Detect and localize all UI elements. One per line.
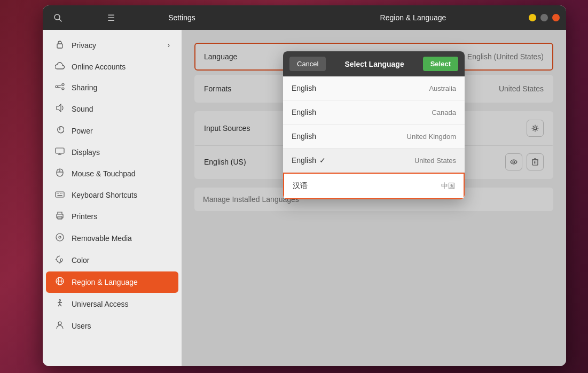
svg-point-23 <box>56 234 64 241</box>
mouse-icon <box>54 168 65 179</box>
sidebar-label-displays: Displays <box>72 148 100 157</box>
chevron-right-icon: › <box>168 42 170 49</box>
svg-rect-15 <box>56 192 64 197</box>
list-item-en-ca[interactable]: English Canada <box>283 100 465 125</box>
sidebar-label-sharing: Sharing <box>72 83 97 92</box>
globe-icon <box>54 277 65 287</box>
svg-line-1 <box>59 19 61 21</box>
removable-media-icon <box>54 233 65 244</box>
sidebar-item-printers[interactable]: Printers <box>46 206 178 227</box>
sidebar-item-power[interactable]: Power <box>46 120 178 142</box>
sidebar-label-sound: Sound <box>72 105 93 113</box>
lang-name-en-ca: English <box>292 108 316 116</box>
lang-name-en-us: English ✓ <box>292 156 326 165</box>
list-item-en-au[interactable]: English Australia <box>283 76 465 100</box>
sidebar-label-privacy: Privacy <box>72 41 96 50</box>
printer-icon <box>54 211 65 222</box>
language-dialog-overlay: Cancel Select Language Select English Au… <box>182 30 566 366</box>
checkmark-icon: ✓ <box>319 156 326 165</box>
sidebar-item-keyboard-shortcuts[interactable]: Keyboard Shortcuts <box>46 185 178 205</box>
sidebar-item-mouse-touchpad[interactable]: Mouse & Touchpad <box>46 163 178 184</box>
svg-line-31 <box>58 304 60 306</box>
sidebar-label-region-language: Region & Language <box>72 278 138 286</box>
power-icon <box>54 126 65 136</box>
svg-point-3 <box>56 86 58 88</box>
window-body: Privacy › Online Accounts <box>43 30 566 366</box>
lang-name-zh-cn: 汉语 <box>293 181 308 191</box>
list-item-en-us[interactable]: English ✓ United States <box>283 149 465 173</box>
dialog-cancel-button[interactable]: Cancel <box>289 57 326 71</box>
settings-window: ☰ Settings Region & Language — □ ✕ Priva… <box>43 5 566 366</box>
sidebar-item-removable-media[interactable]: Removable Media <box>46 228 178 249</box>
cloud-icon <box>54 62 65 72</box>
titlebar: ☰ Settings Region & Language — □ ✕ <box>43 5 566 30</box>
sidebar-item-region-language[interactable]: Region & Language <box>46 271 178 293</box>
sharing-icon <box>54 83 65 92</box>
lock-icon <box>54 40 65 51</box>
svg-rect-9 <box>56 148 64 153</box>
svg-marker-8 <box>57 104 61 112</box>
sidebar-label-online-accounts: Online Accounts <box>72 63 126 71</box>
svg-point-4 <box>62 83 64 86</box>
sidebar-label-universal-access: Universal Access <box>72 300 129 308</box>
sidebar-label-printers: Printers <box>72 212 97 221</box>
sidebar-item-color[interactable]: Color <box>46 250 178 271</box>
svg-point-33 <box>58 322 61 325</box>
keyboard-icon <box>54 190 65 200</box>
minimize-button[interactable]: — <box>529 14 536 21</box>
titlebar-page-title: Region & Language <box>297 13 529 22</box>
sidebar-label-removable-media: Removable Media <box>72 234 132 243</box>
dialog-title: Select Language <box>330 60 418 68</box>
main-content: Language English (United States) Formats… <box>182 30 566 366</box>
sidebar-item-privacy[interactable]: Privacy › <box>46 35 178 56</box>
sidebar-label-power: Power <box>72 127 93 135</box>
lang-region-en-us: United States <box>414 157 456 165</box>
color-icon <box>54 255 65 266</box>
language-list: English Australia English Canada English… <box>283 76 465 199</box>
lang-name-en-uk: English <box>292 132 316 141</box>
list-item-zh-cn[interactable]: 汉语 中国 <box>283 173 465 199</box>
lang-region-en-uk: United Kingdom <box>407 133 457 141</box>
close-button[interactable]: ✕ <box>552 14 560 21</box>
lang-name-en-au: English <box>292 84 316 92</box>
titlebar-app-title: Settings <box>66 13 297 22</box>
menu-icon[interactable]: ☰ <box>103 9 120 26</box>
lang-region-en-ca: Canada <box>432 108 456 116</box>
accessibility-icon <box>54 299 65 309</box>
sidebar-label-keyboard-shortcuts: Keyboard Shortcuts <box>72 191 137 199</box>
sidebar-item-sharing[interactable]: Sharing <box>46 77 178 98</box>
sound-icon <box>54 104 65 114</box>
sidebar-label-mouse-touchpad: Mouse & Touchpad <box>72 169 136 178</box>
svg-line-7 <box>58 87 62 88</box>
list-item-en-uk[interactable]: English United Kingdom <box>283 125 465 149</box>
dialog-select-button[interactable]: Select <box>423 57 458 71</box>
svg-rect-2 <box>57 44 62 48</box>
sidebar-item-online-accounts[interactable]: Online Accounts <box>46 57 178 77</box>
search-icon[interactable] <box>49 9 66 26</box>
lang-region-zh-cn: 中国 <box>441 181 455 191</box>
dialog-header: Cancel Select Language Select <box>283 51 465 76</box>
svg-point-5 <box>62 88 64 90</box>
svg-point-24 <box>59 236 61 238</box>
sidebar-label-color: Color <box>72 256 89 265</box>
sidebar-item-universal-access[interactable]: Universal Access <box>46 293 178 315</box>
displays-icon <box>54 147 65 157</box>
select-language-dialog: Cancel Select Language Select English Au… <box>283 51 465 199</box>
sidebar: Privacy › Online Accounts <box>43 30 182 366</box>
svg-point-28 <box>59 300 61 301</box>
lang-region-en-au: Australia <box>429 84 456 92</box>
window-controls: — □ ✕ <box>529 14 560 21</box>
sidebar-label-users: Users <box>72 322 91 330</box>
svg-line-32 <box>60 304 61 306</box>
sidebar-item-displays[interactable]: Displays <box>46 142 178 162</box>
users-icon <box>54 321 65 331</box>
sidebar-item-users[interactable]: Users <box>46 315 178 337</box>
maximize-button[interactable]: □ <box>540 14 548 21</box>
sidebar-item-sound[interactable]: Sound <box>46 98 178 120</box>
svg-line-6 <box>58 85 62 86</box>
